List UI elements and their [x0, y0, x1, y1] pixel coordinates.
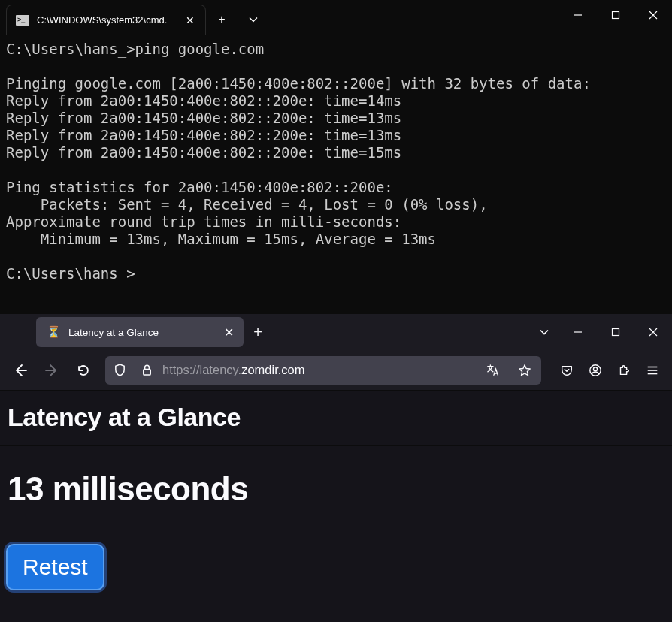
browser-toolbar-right — [553, 358, 666, 382]
back-button[interactable] — [6, 357, 35, 384]
minimize-icon — [574, 328, 583, 337]
browser-close-button[interactable] — [634, 316, 672, 349]
bookmark-button[interactable] — [511, 358, 538, 382]
page-body: 13 milliseconds Retest — [0, 446, 672, 614]
maximize-icon — [611, 11, 620, 20]
app-menu-button[interactable] — [639, 358, 666, 382]
chevron-down-icon — [540, 328, 549, 337]
svg-rect-4 — [143, 370, 150, 376]
url-bar[interactable]: https://latency.zomdir.com — [105, 356, 541, 385]
pocket-icon — [560, 364, 574, 377]
tracking-protection-button[interactable] — [108, 364, 131, 376]
chevron-down-icon — [249, 15, 258, 24]
terminal-minimize-button[interactable] — [559, 0, 597, 30]
translate-button[interactable] — [480, 358, 507, 382]
terminal-window-controls — [559, 0, 672, 30]
hourglass-icon: ⏳ — [47, 325, 61, 339]
pocket-button[interactable] — [553, 358, 580, 382]
terminal-tab-close-button[interactable]: ✕ — [183, 14, 198, 26]
page-header: Latency at a Glance — [0, 391, 672, 446]
retest-button[interactable]: Retest — [6, 544, 104, 590]
terminal-window: C:\WINDOWS\system32\cmd. ✕ + C:\Users\ha… — [0, 0, 672, 314]
browser-tab-title: Latency at a Glance — [68, 327, 213, 338]
puzzle-icon — [617, 364, 631, 377]
browser-titlebar: ⏳ Latency at a Glance ✕ + — [0, 314, 672, 350]
reload-icon — [77, 364, 90, 377]
account-button[interactable] — [582, 358, 609, 382]
minimize-icon — [574, 11, 583, 20]
terminal-close-button[interactable] — [634, 0, 672, 30]
extensions-button[interactable] — [610, 358, 637, 382]
hamburger-icon — [646, 364, 659, 377]
terminal-titlebar: C:\WINDOWS\system32\cmd. ✕ + — [0, 0, 672, 35]
maximize-icon — [611, 328, 620, 337]
browser-window-controls — [559, 316, 672, 349]
arrow-left-icon — [14, 364, 27, 377]
arrow-right-icon — [45, 364, 59, 377]
browser-window: ⏳ Latency at a Glance ✕ + — [0, 314, 672, 622]
browser-toolbar: https://latency.zomdir.com — [0, 350, 672, 391]
terminal-new-tab-button[interactable]: + — [206, 5, 238, 35]
terminal-tab[interactable]: C:\WINDOWS\system32\cmd. ✕ — [6, 5, 206, 35]
browser-tab[interactable]: ⏳ Latency at a Glance ✕ — [36, 317, 244, 347]
latency-result: 13 milliseconds — [8, 470, 664, 508]
url-prefix: https://latency. — [162, 363, 241, 376]
terminal-maximize-button[interactable] — [597, 0, 634, 30]
account-icon — [589, 364, 602, 377]
svg-rect-3 — [613, 329, 619, 336]
svg-rect-1 — [613, 12, 619, 19]
terminal-tab-title: C:\WINDOWS\system32\cmd. — [37, 14, 175, 26]
page-title: Latency at a Glance — [8, 403, 664, 432]
browser-tab-close-button[interactable]: ✕ — [221, 325, 236, 340]
reload-button[interactable] — [69, 357, 98, 384]
terminal-tab-dropdown-button[interactable] — [238, 5, 269, 35]
browser-minimize-button[interactable] — [559, 316, 597, 349]
url-text: https://latency.zomdir.com — [162, 363, 475, 377]
browser-new-tab-button[interactable]: + — [244, 318, 272, 346]
shield-icon — [114, 364, 126, 376]
terminal-output[interactable]: C:\Users\hans_>ping google.com Pinging g… — [0, 35, 672, 314]
star-icon — [518, 364, 531, 377]
site-security-button[interactable] — [135, 364, 158, 376]
lock-icon — [141, 364, 153, 376]
translate-icon — [486, 364, 500, 377]
close-icon — [649, 11, 658, 20]
url-domain: zomdir.com — [241, 363, 304, 376]
browser-page-content: Latency at a Glance 13 milliseconds Rete… — [0, 391, 672, 622]
close-icon — [649, 328, 658, 337]
cmd-icon — [16, 15, 29, 26]
browser-maximize-button[interactable] — [597, 316, 634, 349]
browser-tabs-list-button[interactable] — [529, 328, 559, 337]
forward-button[interactable] — [38, 357, 66, 384]
svg-point-6 — [593, 367, 597, 370]
